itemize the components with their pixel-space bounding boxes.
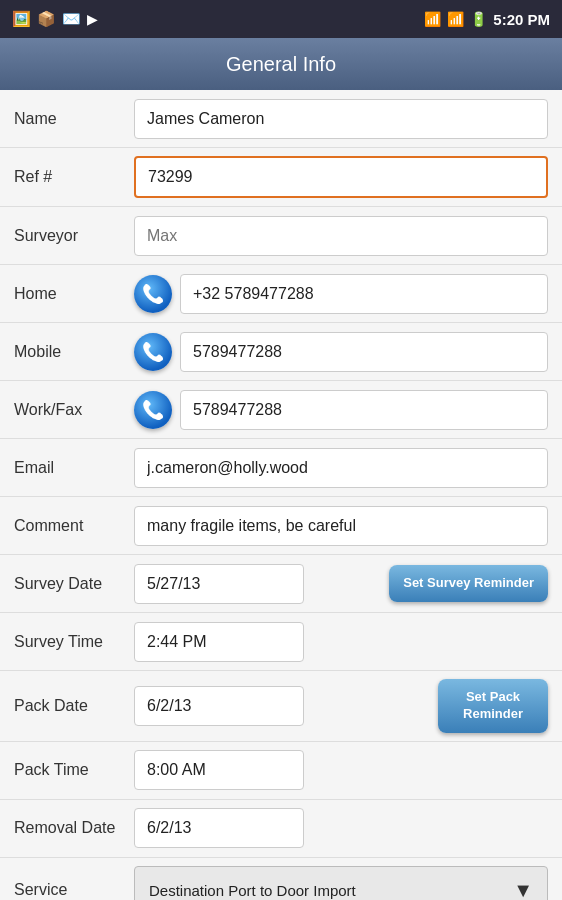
survey-date-label: Survey Date bbox=[14, 575, 134, 593]
workfax-phone-icon[interactable] bbox=[134, 391, 172, 429]
home-input[interactable] bbox=[180, 274, 548, 314]
notification-icon-2: 📦 bbox=[37, 10, 56, 28]
signal-icon: 📶 bbox=[447, 11, 464, 27]
surveyor-label: Surveyor bbox=[14, 227, 134, 245]
service-label: Service bbox=[14, 881, 134, 899]
workfax-row: Work/Fax bbox=[0, 381, 562, 439]
removal-date-label: Removal Date bbox=[14, 819, 134, 837]
mobile-row: Mobile bbox=[0, 323, 562, 381]
set-survey-reminder-button[interactable]: Set Survey Reminder bbox=[389, 565, 548, 602]
mobile-label: Mobile bbox=[14, 343, 134, 361]
set-pack-reminder-button[interactable]: Set PackReminder bbox=[438, 679, 548, 733]
service-dropdown[interactable]: Destination Port to Door Import ▼ bbox=[134, 866, 548, 900]
comment-input[interactable] bbox=[134, 506, 548, 546]
name-input[interactable] bbox=[134, 99, 548, 139]
form-area: Name Ref # Surveyor Home Mobile Work/Fax… bbox=[0, 90, 562, 900]
name-label: Name bbox=[14, 110, 134, 128]
wifi-icon: 📶 bbox=[424, 11, 441, 27]
pack-time-row: Pack Time bbox=[0, 742, 562, 800]
app-header: General Info bbox=[0, 38, 562, 90]
home-label: Home bbox=[14, 285, 134, 303]
clock: 5:20 PM bbox=[493, 11, 550, 28]
ref-input[interactable] bbox=[134, 156, 548, 198]
mobile-phone-icon[interactable] bbox=[134, 333, 172, 371]
comment-label: Comment bbox=[14, 517, 134, 535]
status-bar-left-icons: 🖼️ 📦 ✉️ ▶ bbox=[12, 10, 98, 28]
survey-time-label: Survey Time bbox=[14, 633, 134, 651]
email-row: Email bbox=[0, 439, 562, 497]
ref-row: Ref # bbox=[0, 148, 562, 207]
status-bar: 🖼️ 📦 ✉️ ▶ 📶 📶 🔋 5:20 PM bbox=[0, 0, 562, 38]
survey-date-input[interactable] bbox=[134, 564, 304, 604]
service-dropdown-value: Destination Port to Door Import bbox=[149, 882, 356, 899]
surveyor-input[interactable] bbox=[134, 216, 548, 256]
surveyor-row: Surveyor bbox=[0, 207, 562, 265]
mobile-input[interactable] bbox=[180, 332, 548, 372]
notification-icon-1: 🖼️ bbox=[12, 10, 31, 28]
name-row: Name bbox=[0, 90, 562, 148]
ref-label: Ref # bbox=[14, 168, 134, 186]
removal-date-input[interactable] bbox=[134, 808, 304, 848]
battery-icon: 🔋 bbox=[470, 11, 487, 27]
home-row: Home bbox=[0, 265, 562, 323]
chevron-down-icon: ▼ bbox=[513, 879, 533, 900]
pack-date-input[interactable] bbox=[134, 686, 304, 726]
email-label: Email bbox=[14, 459, 134, 477]
removal-date-row: Removal Date bbox=[0, 800, 562, 858]
pack-date-row: Pack Date Set PackReminder bbox=[0, 671, 562, 742]
notification-icon-3: ✉️ bbox=[62, 10, 81, 28]
pack-date-label: Pack Date bbox=[14, 697, 134, 715]
workfax-label: Work/Fax bbox=[14, 401, 134, 419]
pack-time-label: Pack Time bbox=[14, 761, 134, 779]
survey-time-row: Survey Time bbox=[0, 613, 562, 671]
survey-time-input[interactable] bbox=[134, 622, 304, 662]
notification-icon-4: ▶ bbox=[87, 11, 98, 27]
pack-time-input[interactable] bbox=[134, 750, 304, 790]
survey-date-row: Survey Date Set Survey Reminder bbox=[0, 555, 562, 613]
page-title: General Info bbox=[226, 53, 336, 76]
status-bar-right-icons: 📶 📶 🔋 5:20 PM bbox=[424, 11, 550, 28]
home-phone-icon[interactable] bbox=[134, 275, 172, 313]
email-input[interactable] bbox=[134, 448, 548, 488]
comment-row: Comment bbox=[0, 497, 562, 555]
workfax-input[interactable] bbox=[180, 390, 548, 430]
service-row: Service Destination Port to Door Import … bbox=[0, 858, 562, 900]
